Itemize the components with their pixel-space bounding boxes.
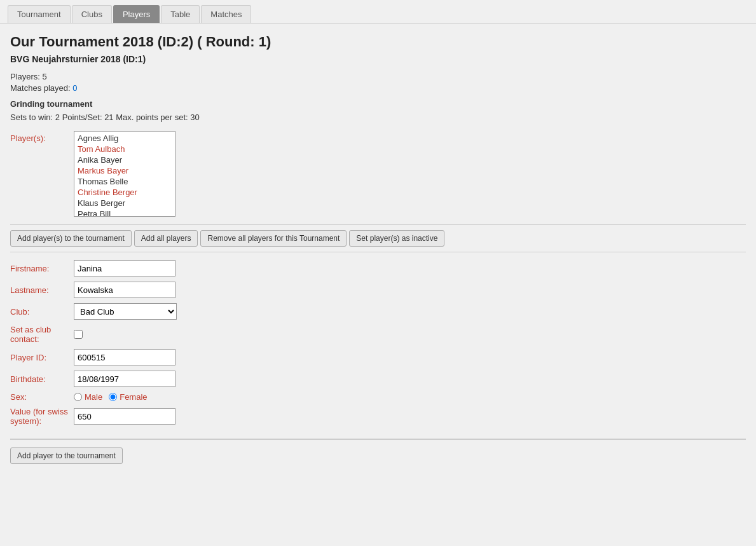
lastname-input[interactable] bbox=[74, 282, 175, 298]
tab-clubs[interactable]: Clubs bbox=[72, 5, 112, 23]
list-item[interactable]: Markus Bayer bbox=[76, 165, 174, 176]
nav-tabs: TournamentClubsPlayersTableMatches bbox=[0, 0, 756, 24]
remove-all-button[interactable]: Remove all players for this Tournament bbox=[200, 230, 347, 247]
player-id-label: Player ID: bbox=[10, 353, 74, 362]
club-select[interactable]: Bad ClubOther Club bbox=[74, 303, 177, 320]
matches-played-line: Matches played: 0 bbox=[10, 83, 746, 93]
add-all-button[interactable]: Add all players bbox=[134, 230, 198, 247]
bottom-btn-row: Add player to the tournament bbox=[10, 440, 746, 467]
birthdate-row: Birthdate: bbox=[10, 371, 746, 387]
sex-male-item: Male bbox=[74, 392, 102, 402]
player-id-row: Player ID: bbox=[10, 349, 746, 365]
sex-male-radio[interactable] bbox=[74, 393, 82, 401]
buttons-row: Add player(s) to the tournament Add all … bbox=[10, 224, 746, 252]
lastname-label: Lastname: bbox=[10, 285, 74, 295]
list-item[interactable]: Anika Bayer bbox=[76, 154, 174, 165]
sex-male-label: Male bbox=[85, 392, 102, 402]
tab-tournament[interactable]: Tournament bbox=[8, 5, 71, 23]
value-label: Value (for swiss system): bbox=[10, 407, 74, 426]
sex-female-item: Female bbox=[109, 392, 147, 402]
club-label: Club: bbox=[10, 307, 74, 317]
firstname-row: Firstname: bbox=[10, 260, 746, 276]
birthdate-input[interactable] bbox=[74, 371, 175, 387]
club-row: Club: Bad ClubOther Club bbox=[10, 303, 746, 320]
tab-players[interactable]: Players bbox=[113, 5, 160, 23]
value-row: Value (for swiss system): bbox=[10, 407, 746, 426]
set-contact-label: Set as club contact: bbox=[10, 325, 74, 344]
tab-table[interactable]: Table bbox=[161, 5, 200, 23]
main-content: Our Tournament 2018 (ID:2) ( Round: 1) B… bbox=[0, 24, 756, 477]
matches-played-value: 0 bbox=[72, 83, 77, 93]
birthdate-label: Birthdate: bbox=[10, 374, 74, 384]
list-item[interactable]: Thomas Belle bbox=[76, 176, 174, 187]
list-item[interactable]: Tom Aulbach bbox=[76, 144, 174, 154]
sex-female-label: Female bbox=[120, 392, 147, 402]
sex-row: Sex: Male Female bbox=[10, 392, 746, 402]
tab-matches[interactable]: Matches bbox=[201, 5, 251, 23]
tournament-title: Our Tournament 2018 (ID:2) ( Round: 1) bbox=[10, 34, 746, 50]
lastname-row: Lastname: bbox=[10, 282, 746, 298]
list-item[interactable]: Christine Berger bbox=[76, 187, 174, 198]
firstname-label: Firstname: bbox=[10, 264, 74, 273]
sex-label: Sex: bbox=[10, 392, 74, 402]
sets-info: Sets to win: 2 Points/Set: 21 Max. point… bbox=[10, 113, 746, 122]
list-item[interactable]: Agnes Allig bbox=[76, 133, 174, 144]
tournament-subtitle: BVG Neujahrsturnier 2018 (ID:1) bbox=[10, 54, 746, 64]
set-contact-checkbox[interactable] bbox=[74, 330, 83, 339]
firstname-input[interactable] bbox=[74, 260, 175, 276]
list-item[interactable]: Petra Bill bbox=[76, 208, 174, 217]
sex-radio-group: Male Female bbox=[74, 392, 148, 402]
grinding-label: Grinding tournament bbox=[10, 99, 746, 109]
player-listbox[interactable]: Agnes AlligTom AulbachAnika BayerMarkus … bbox=[74, 131, 175, 217]
set-contact-checkbox-container bbox=[74, 330, 83, 339]
form-section: Firstname: Lastname: Club: Bad ClubOther… bbox=[10, 252, 746, 439]
add-players-button[interactable]: Add player(s) to the tournament bbox=[10, 230, 132, 247]
set-contact-row: Set as club contact: bbox=[10, 325, 746, 344]
player-list-section: Player(s): Agnes AlligTom AulbachAnika B… bbox=[10, 131, 746, 217]
add-player-to-tournament-button[interactable]: Add player to the tournament bbox=[10, 447, 123, 464]
player-list-label: Player(s): bbox=[10, 131, 74, 143]
player-id-input[interactable] bbox=[74, 349, 175, 365]
sex-female-radio[interactable] bbox=[109, 393, 117, 401]
players-count: Players: 5 bbox=[10, 72, 746, 81]
value-input[interactable] bbox=[74, 408, 175, 425]
matches-played-label: Matches played: bbox=[10, 83, 71, 93]
set-inactive-button[interactable]: Set player(s) as inactive bbox=[349, 230, 444, 247]
list-item[interactable]: Klaus Berger bbox=[76, 198, 174, 208]
